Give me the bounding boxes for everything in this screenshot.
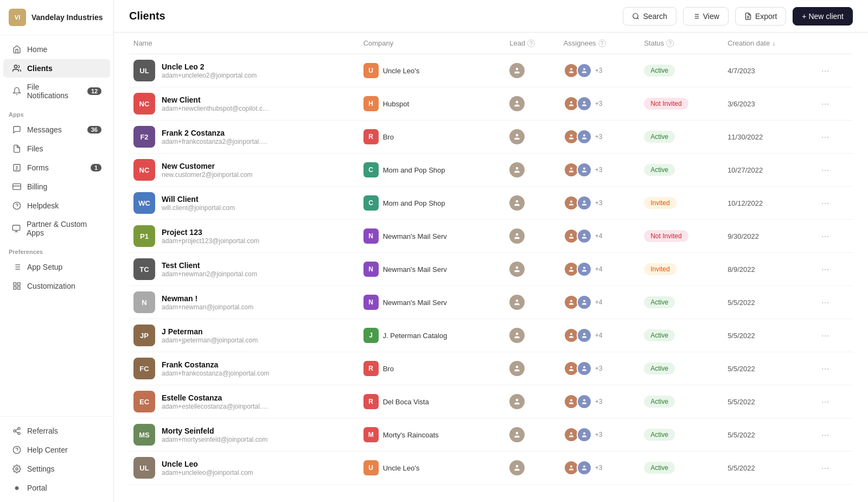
svg-point-44 bbox=[570, 101, 572, 104]
company-cell-td: M Morty's Raincoats bbox=[359, 418, 506, 452]
lead-cell-td bbox=[505, 352, 559, 385]
more-options-button[interactable]: ··· bbox=[817, 262, 834, 277]
sidebar-item-label: Files bbox=[27, 144, 43, 153]
more-options-button[interactable]: ··· bbox=[817, 129, 834, 144]
client-cell: F2 Frank 2 Costanza adam+frankcostanza2@… bbox=[133, 126, 355, 148]
date-cell: 4/7/2023 bbox=[723, 54, 813, 87]
forms-badge: 1 bbox=[91, 164, 101, 171]
sidebar-item-referrals[interactable]: Referrals bbox=[3, 422, 110, 440]
svg-point-59 bbox=[570, 267, 572, 269]
status-cell: Active bbox=[640, 120, 723, 154]
search-button[interactable]: Search bbox=[623, 7, 676, 26]
more-options-button[interactable]: ··· bbox=[817, 460, 834, 475]
svg-point-47 bbox=[570, 135, 572, 137]
new-client-button[interactable]: + New client bbox=[793, 7, 853, 26]
assignees-more: +3 bbox=[595, 100, 603, 107]
sidebar-item-helpdesk[interactable]: Helpdesk bbox=[3, 196, 110, 215]
company-name: Mom and Pop Shop bbox=[383, 166, 445, 174]
view-button[interactable]: View bbox=[683, 7, 729, 26]
more-options-button[interactable]: ··· bbox=[817, 96, 834, 111]
clients-table-container: Name Company Lead? Assignees? Status? Cr… bbox=[114, 33, 868, 502]
svg-point-54 bbox=[583, 201, 585, 203]
more-options-button[interactable]: ··· bbox=[817, 427, 834, 442]
org-logo[interactable]: VI Vandelay Industries bbox=[0, 0, 113, 35]
export-button[interactable]: Export bbox=[735, 7, 786, 26]
assignees-more: +3 bbox=[595, 199, 603, 207]
company-cell-td: J J. Peterman Catalog bbox=[359, 319, 506, 352]
sidebar-item-help-center[interactable]: Help Center bbox=[3, 441, 110, 459]
lead-cell bbox=[509, 195, 554, 211]
status-badge: Not Invited bbox=[644, 230, 688, 242]
sidebar-item-files[interactable]: Files bbox=[3, 139, 110, 158]
sidebar-item-label: Clients bbox=[27, 64, 53, 73]
client-info: Will Client will.client@joinportal.com bbox=[162, 195, 235, 212]
more-options-button[interactable]: ··· bbox=[817, 228, 834, 244]
more-options-button[interactable]: ··· bbox=[817, 295, 834, 310]
sidebar-item-file-notifications[interactable]: File Notifications 12 bbox=[3, 78, 110, 104]
svg-point-49 bbox=[516, 167, 519, 170]
actions-cell: ··· bbox=[813, 253, 853, 286]
company-name: Newman's Mail Serv bbox=[383, 232, 447, 240]
assignee-avatar bbox=[577, 295, 592, 310]
sort-icon: ↓ bbox=[772, 40, 775, 47]
client-cell: JP J Peterman adam+jpeterman@joinportal.… bbox=[133, 325, 355, 346]
sidebar-bottom: Referrals Help Center Settings ● Portal bbox=[0, 416, 113, 502]
sidebar-item-customization[interactable]: Customization bbox=[3, 277, 110, 295]
more-options-button[interactable]: ··· bbox=[817, 63, 834, 78]
client-cell: NC New Client adam+newclienthubspot@copi… bbox=[133, 93, 355, 115]
status-badge: Invited bbox=[644, 197, 676, 209]
sidebar-item-partner-apps[interactable]: Partner & Custom Apps bbox=[3, 215, 110, 242]
more-options-button[interactable]: ··· bbox=[817, 394, 834, 409]
view-icon bbox=[692, 12, 700, 20]
client-info: Morty Seinfeld adam+mortyseinfeld@joinpo… bbox=[162, 427, 267, 443]
date-cell: 5/5/2022 bbox=[723, 385, 813, 418]
assignees-cell: +3 bbox=[564, 361, 636, 376]
sidebar-item-portal[interactable]: ● Portal bbox=[3, 479, 110, 497]
client-name: Uncle Leo bbox=[162, 460, 253, 468]
svg-point-63 bbox=[583, 300, 585, 302]
status-help-icon[interactable]: ? bbox=[666, 40, 674, 47]
client-name-cell: UL Uncle Leo 2 adam+uncleleo2@joinportal… bbox=[129, 54, 359, 87]
status-cell: Invited bbox=[640, 253, 723, 286]
date-cell: 5/5/2022 bbox=[723, 352, 813, 385]
more-options-button[interactable]: ··· bbox=[817, 361, 834, 376]
sidebar-item-label: Customization bbox=[27, 282, 75, 290]
status-cell: Not Invited bbox=[640, 220, 723, 253]
actions-cell: ··· bbox=[813, 319, 853, 352]
svg-point-29 bbox=[16, 468, 18, 470]
svg-point-76 bbox=[516, 465, 519, 468]
table-row: UL Uncle Leo adam+uncleleo@joinportal.co… bbox=[129, 452, 853, 485]
sidebar-nav: Home Clients File Notifications 12 Apps … bbox=[0, 35, 113, 416]
more-options-button[interactable]: ··· bbox=[817, 162, 834, 177]
assignees-cell: +3 bbox=[564, 427, 636, 442]
sidebar-item-app-setup[interactable]: App Setup bbox=[3, 258, 110, 276]
sidebar-item-home[interactable]: Home bbox=[3, 40, 110, 59]
lead-help-icon[interactable]: ? bbox=[527, 40, 535, 47]
setup-icon bbox=[12, 262, 22, 272]
lead-avatar bbox=[509, 295, 525, 310]
svg-point-51 bbox=[583, 168, 585, 170]
lead-avatar bbox=[509, 262, 525, 277]
sidebar-item-clients[interactable]: Clients bbox=[3, 59, 110, 78]
company-cell: R Bro bbox=[363, 361, 501, 376]
lead-avatar bbox=[509, 460, 525, 475]
sidebar-item-settings[interactable]: Settings bbox=[3, 460, 110, 478]
status-cell: Active bbox=[640, 286, 723, 319]
more-options-button[interactable]: ··· bbox=[817, 195, 834, 211]
client-avatar: NC bbox=[133, 159, 155, 181]
sidebar-item-messages[interactable]: Messages 36 bbox=[3, 120, 110, 139]
col-creation-date[interactable]: Creation date↓ bbox=[723, 33, 813, 54]
sidebar-item-billing[interactable]: Billing bbox=[3, 177, 110, 196]
assignees-cell-td: +3 bbox=[559, 385, 640, 418]
svg-point-78 bbox=[583, 466, 585, 468]
sidebar-item-label: Help Center bbox=[27, 446, 68, 454]
assignees-cell: +3 bbox=[564, 129, 636, 144]
assignees-help-icon[interactable]: ? bbox=[598, 40, 606, 47]
client-info: Newman ! adam+newman@joinportal.com bbox=[162, 294, 253, 311]
sidebar-item-forms[interactable]: Forms 1 bbox=[3, 158, 110, 177]
lead-cell-td bbox=[505, 120, 559, 154]
more-options-button[interactable]: ··· bbox=[817, 328, 834, 343]
table-row: EC Estelle Costanza adam+estellecostanza… bbox=[129, 385, 853, 418]
assignees-cell: +3 bbox=[564, 195, 636, 211]
assignee-avatar bbox=[577, 228, 592, 244]
